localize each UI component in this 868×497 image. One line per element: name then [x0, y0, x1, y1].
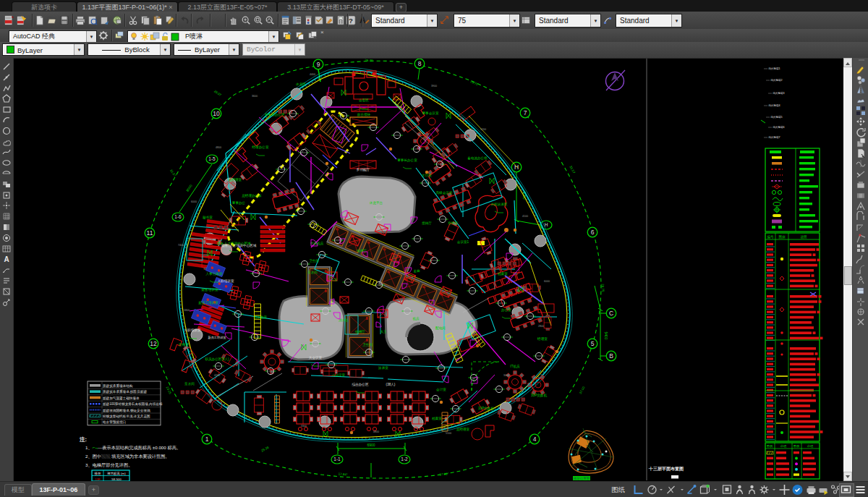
svg-text:C: C [609, 310, 613, 317]
svg-text:消火栓箱1: 消火栓箱1 [768, 67, 780, 70]
svg-text:IT机房: IT机房 [510, 365, 520, 368]
svg-text:机房: 机房 [412, 317, 420, 320]
svg-text:原建筑承重墙体结构: 原建筑承重墙体结构 [102, 383, 133, 388]
svg-text:3300: 3300 [301, 425, 307, 428]
svg-text:1-6: 1-6 [174, 214, 182, 219]
svg-text:轻钢龙骨硅钙板吊顶,详见天花图: 轻钢龙骨硅钙板吊顶,详见天花图 [103, 414, 150, 419]
svg-text:编号: 编号 [767, 235, 774, 239]
svg-text:十三层平面布置图: 十三层平面布置图 [648, 466, 684, 472]
svg-text:1: 1 [205, 436, 209, 443]
svg-text:总经理室: 总经理室 [229, 177, 242, 182]
svg-text:4100: 4100 [522, 215, 528, 218]
svg-text:6: 6 [591, 229, 595, 236]
svg-text:9: 9 [317, 61, 320, 68]
svg-text:说明: 说明 [807, 444, 813, 448]
svg-text:新建加气混凝土砌块墙体: 新建加气混凝土砌块墙体 [103, 396, 140, 401]
svg-text:原建筑非承重墙体,拆除后新建: 原建筑非承重墙体,拆除后新建 [102, 389, 147, 394]
svg-text:电梯厅: 电梯厅 [357, 248, 367, 252]
svg-text:1-5: 1-5 [208, 156, 216, 161]
svg-text:5800: 5800 [184, 309, 190, 312]
svg-text:4800: 4800 [373, 430, 379, 433]
svg-text:7: 7 [524, 109, 527, 116]
svg-text:5100: 5100 [446, 432, 451, 435]
svg-text:3600: 3600 [252, 95, 258, 98]
svg-text:办公室: 办公室 [501, 308, 511, 312]
svg-text:总经理室: 总经理室 [456, 427, 470, 431]
svg-text:A: A [4, 255, 9, 263]
svg-text:电梯厅: 电梯厅 [355, 329, 365, 334]
svg-text:人事行政部: 人事行政部 [206, 271, 223, 276]
svg-text:58.500: 58.500 [111, 477, 122, 481]
svg-text:6900: 6900 [367, 443, 375, 447]
svg-text:消火栓箱5: 消火栓箱5 [770, 115, 782, 119]
svg-text:28.70: 28.70 [365, 59, 373, 62]
svg-text:消火栓箱3: 消火栓箱3 [773, 91, 784, 95]
svg-text:综合办公区: 综合办公区 [352, 383, 369, 386]
svg-text:B: B [609, 352, 613, 360]
svg-text:5: 5 [591, 340, 595, 347]
svg-text:(38人): (38人) [386, 383, 396, 386]
svg-text:休息平台: 休息平台 [369, 200, 383, 205]
svg-text:28.76: 28.76 [601, 284, 605, 292]
svg-text:2、图中▧▧ 填充区域为非本案设计范围。: 2、图中▧▧ 填充区域为非本案设计范围。 [85, 454, 170, 459]
svg-text:经理室: 经理室 [537, 336, 548, 341]
svg-text:新员工培训室: 新员工培训室 [198, 300, 218, 305]
svg-text:1、⌐¬—表示本层结构完成面标高 ±0.000 标高。: 1、⌐¬—表示本层结构完成面标高 ±0.000 标高。 [85, 445, 181, 451]
svg-text:董事长办公室: 董事长办公室 [397, 158, 417, 162]
svg-text:6000: 6000 [191, 200, 197, 203]
svg-text:H: H [545, 222, 548, 227]
svg-text:3、电梯厅部分见详图。: 3、电梯厅部分见详图。 [85, 462, 132, 468]
svg-text:5400: 5400 [604, 331, 608, 339]
svg-text:3900: 3900 [431, 85, 437, 88]
svg-text:13F: 13F [95, 477, 101, 481]
svg-text:7400: 7400 [178, 244, 184, 247]
svg-text:6000: 6000 [544, 280, 550, 283]
svg-text:经理办公室: 经理办公室 [252, 145, 269, 149]
svg-text:职员办公区(8人): 职员办公区(8人) [205, 357, 229, 361]
svg-text:会议室1: 会议室1 [457, 240, 469, 244]
svg-text:8: 8 [418, 60, 422, 67]
svg-text:4200: 4200 [214, 374, 220, 377]
svg-text:小会议室: 小会议室 [332, 373, 346, 377]
svg-text:给水管预留接口: 给水管预留接口 [103, 420, 126, 425]
svg-text:1-1: 1-1 [333, 456, 341, 462]
svg-text:5200: 5200 [480, 128, 486, 131]
svg-text:休息区: 休息区 [295, 82, 306, 86]
svg-text:11: 11 [147, 229, 153, 237]
svg-text:大会议室: 大会议室 [309, 356, 323, 360]
svg-text:董事办公: 董事办公 [232, 201, 246, 205]
svg-text:3400: 3400 [503, 374, 509, 377]
svg-text:资料室: 资料室 [448, 221, 458, 225]
svg-text:楼层: 楼层 [95, 472, 101, 475]
svg-text:高级会议室: 高级会议室 [436, 191, 453, 195]
svg-text:4800: 4800 [216, 146, 221, 149]
svg-text:资料室: 资料室 [179, 343, 189, 347]
svg-text:洽谈室: 洽谈室 [378, 366, 388, 370]
svg-text:大玉: 大玉 [380, 329, 387, 334]
svg-text:文印室: 文印室 [422, 174, 432, 177]
svg-text:接待厅: 接待厅 [422, 221, 432, 226]
svg-text:消火栓箱2: 消火栓箱2 [770, 78, 782, 82]
svg-text:注:: 注: [79, 436, 87, 443]
svg-text:消火栓箱4: 消火栓箱4 [768, 103, 780, 107]
svg-text:消火栓箱7: 消火栓箱7 [768, 135, 780, 139]
svg-text:多功能厅: 多功能厅 [357, 167, 370, 172]
svg-text:4400: 4400 [310, 73, 315, 76]
svg-text:会计室: 会计室 [436, 388, 446, 391]
svg-text:消火栓箱6: 消火栓箱6 [773, 125, 784, 129]
svg-text:4: 4 [533, 436, 537, 443]
svg-text:10: 10 [213, 110, 220, 117]
svg-text:楼层位置图: 楼层位置图 [573, 477, 590, 480]
svg-text:总经理办公桌: 总经理办公桌 [242, 193, 262, 197]
svg-text:董事会议室: 董事会议室 [422, 111, 439, 115]
svg-text:说明: 说明 [780, 444, 786, 448]
svg-text:?: ? [349, 17, 353, 25]
svg-text:2800: 2800 [538, 325, 544, 328]
svg-text:1-2: 1-2 [401, 456, 408, 462]
svg-text:新建玻璃隔断墙体,钢化安全玻璃: 新建玻璃隔断墙体,钢化安全玻璃 [103, 408, 150, 413]
svg-text:新员工培训室: 新员工培训室 [208, 336, 226, 339]
svg-text:12: 12 [150, 340, 157, 347]
svg-text:新建100厚轻钢龙骨石膏板隔墙,内填岩棉: 新建100厚轻钢龙骨石膏板隔墙,内填岩棉 [103, 402, 163, 407]
